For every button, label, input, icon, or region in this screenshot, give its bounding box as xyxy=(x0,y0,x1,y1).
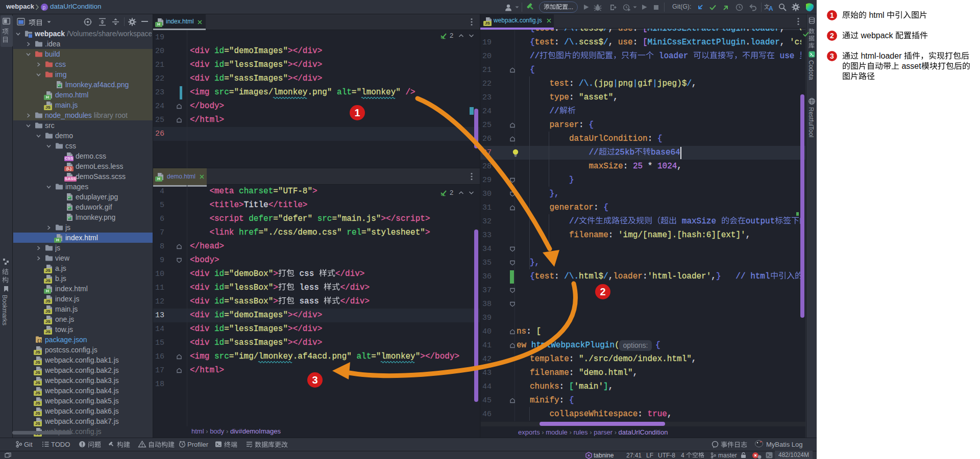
svg-text:p: p xyxy=(43,5,46,10)
svg-text:3: 3 xyxy=(312,374,317,386)
svg-text:2: 2 xyxy=(830,32,834,40)
svg-text:3: 3 xyxy=(830,52,834,60)
svg-text:2: 2 xyxy=(600,286,605,297)
svg-text:1: 1 xyxy=(354,107,360,118)
svg-text:{}: {} xyxy=(37,338,42,343)
svg-text:1: 1 xyxy=(830,11,834,19)
svg-text:A: A xyxy=(769,5,773,12)
